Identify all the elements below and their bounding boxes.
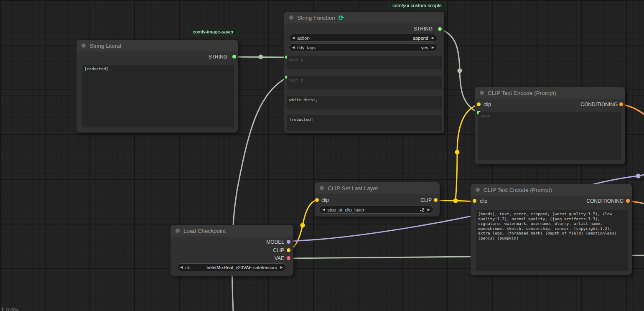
widget-right-arrow-icon[interactable]: ▶ [432, 46, 434, 49]
output-slot-model[interactable] [287, 240, 290, 244]
node-title: Load Checkpoint [183, 228, 226, 234]
widget-name: action [297, 36, 413, 41]
string-literal-textarea[interactable]: [redacted] [82, 65, 234, 127]
negative-prompt-textarea[interactable]: (hands), text, error, cropped, (worst qu… [476, 210, 628, 271]
widget-value: beletMixReal_v20VAE.safetensors [206, 265, 277, 270]
node-load-checkpoint[interactable]: Load Checkpoint MODEL CLIP VAE ◀ ck ... … [171, 225, 293, 276]
comfyui-canvas[interactable]: { "canvas": { "status_text": "T: 0.00s" … [0, 0, 644, 311]
node-title: CLIP Text Encode (Prompt) [488, 90, 556, 96]
output-label-string: STRING [209, 54, 227, 60]
output-slot-conditioning[interactable] [619, 102, 623, 106]
output-label-model: MODEL [266, 239, 284, 245]
output-label-clip: CLIP [420, 197, 432, 203]
widget-left-arrow-icon[interactable]: ◀ [180, 265, 183, 269]
reroute-dot[interactable] [458, 69, 462, 73]
reroute-dot[interactable] [636, 174, 641, 178]
widget-name: stop_at_clip_layer [327, 207, 420, 212]
output-slot-vae[interactable] [287, 256, 290, 260]
text-b-textarea[interactable]: text_b [287, 76, 442, 89]
reroute-dot[interactable] [453, 199, 458, 203]
widget-left-arrow-icon[interactable]: ◀ [292, 46, 295, 49]
reroute-dot[interactable] [455, 150, 460, 155]
node-clip-text-encode-negative[interactable]: CLIP Text Encode (Prompt) clip CONDITION… [471, 184, 632, 275]
node-title: String Literal [89, 43, 121, 49]
widget-left-arrow-icon[interactable]: ◀ [292, 36, 295, 40]
output-label-conditioning: CONDITIONING [586, 198, 624, 204]
output-label-vae: VAE [275, 255, 284, 261]
widget-ckpt-name[interactable]: ◀ ck ... beletMixReal_v20VAE.safetensors… [177, 263, 286, 271]
node-title-bar[interactable]: Load Checkpoint [171, 225, 293, 237]
text-a-textarea[interactable]: text_a [287, 56, 442, 69]
result-textarea[interactable]: [redacted] [287, 115, 442, 131]
node-clip-text-encode-positive[interactable]: CLIP Text Encode (Prompt) clip CONDITION… [475, 87, 625, 164]
output-slot-clip[interactable] [434, 198, 438, 202]
widget-right-arrow-icon[interactable]: ▶ [280, 265, 283, 269]
refresh-cycle-icon: ⟳ [339, 14, 344, 22]
wire-string-to-text-b[interactable] [232, 78, 287, 311]
output-label-string: STRING [414, 26, 433, 32]
node-title-bar[interactable]: String Function ⟳ [284, 12, 444, 23]
widget-value: yes [421, 45, 428, 50]
widget-value: append [413, 36, 428, 41]
output-slot-string[interactable] [438, 27, 442, 31]
node-string-function[interactable]: String Function ⟳ STRING ◀ action append… [284, 12, 444, 133]
widget-tidy-tags[interactable]: ◀ tidy_tags yes ▶ [289, 43, 438, 51]
collapse-dot-icon[interactable] [289, 15, 293, 20]
text-c-textarea[interactable]: white dress, [287, 96, 442, 110]
node-title: String Function [297, 15, 335, 21]
output-slot-clip[interactable] [287, 248, 290, 252]
widget-right-arrow-icon[interactable]: ▶ [428, 208, 430, 212]
widget-name: ck ... [185, 265, 206, 270]
node-title-bar[interactable]: CLIP Text Encode (Prompt) [475, 87, 625, 99]
node-title: CLIP Text Encode (Prompt) [484, 187, 552, 193]
output-slot-string[interactable] [232, 55, 236, 59]
node-title-bar[interactable]: CLIP Text Encode (Prompt) [471, 184, 632, 196]
input-label-clip: clip [321, 197, 329, 203]
output-slot-conditioning[interactable] [626, 199, 630, 203]
widget-name: tidy_tags [297, 45, 421, 50]
node-title-bar[interactable]: String Literal [76, 40, 238, 51]
widget-right-arrow-icon[interactable]: ▶ [432, 36, 434, 40]
collapse-dot-icon[interactable] [81, 43, 86, 48]
reroute-dot[interactable] [259, 55, 263, 59]
wire-conditioning-top-out[interactable] [621, 105, 644, 114]
text-textarea[interactable]: text [479, 112, 621, 160]
collapse-dot-icon[interactable] [480, 91, 484, 95]
input-slot-clip[interactable] [477, 102, 481, 106]
node-clip-set-last-layer[interactable]: CLIP Set Last Layer clip CLIP ◀ stop_at_… [315, 182, 440, 217]
widget-action[interactable]: ◀ action append ▶ [289, 34, 438, 42]
node-title: CLIP Set Last Layer [328, 185, 378, 191]
output-label-clip: CLIP [273, 247, 284, 253]
widget-left-arrow-icon[interactable]: ◀ [322, 208, 325, 212]
output-label-conditioning: CONDITIONING [580, 102, 618, 107]
input-label-clip: clip [480, 198, 487, 204]
node-badge-comfyui-custom-scripts: comfyui-custom-scripts [388, 2, 446, 9]
input-slot-clip[interactable] [315, 198, 319, 202]
input-slot-clip[interactable] [473, 199, 476, 203]
reroute-dot[interactable] [300, 223, 305, 228]
input-label-clip: clip [484, 102, 491, 107]
timing-status-text: T: 0.00s [1, 307, 18, 311]
node-title-bar[interactable]: CLIP Set Last Layer [315, 182, 440, 194]
node-badge-comfy-image-saver: comfy-image-saver [188, 28, 238, 36]
collapse-dot-icon[interactable] [176, 229, 180, 233]
widget-value: -2 [420, 207, 424, 212]
collapse-dot-icon[interactable] [476, 188, 480, 192]
collapse-dot-icon[interactable] [320, 186, 324, 190]
widget-stop-at-clip-layer[interactable]: ◀ stop_at_clip_layer -2 ▶ [319, 206, 433, 214]
node-string-literal[interactable]: String Literal STRING [redacted] [76, 40, 238, 133]
